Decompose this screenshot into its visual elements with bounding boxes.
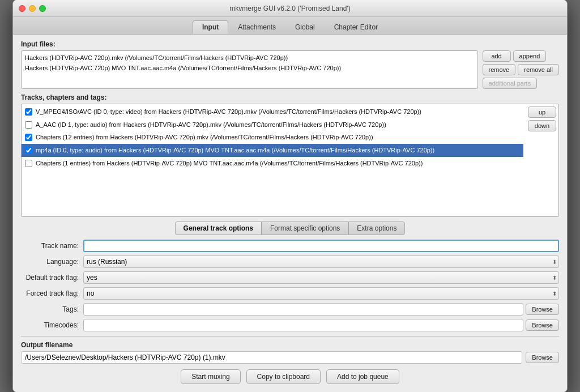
bottom-buttons: Start muxing Copy to clipboard Add to jo… xyxy=(21,369,559,386)
input-files-area: Hackers (HDTVRip-AVC 720p).mkv (/Volumes… xyxy=(21,50,559,89)
timecodes-row: Browse xyxy=(83,319,559,331)
track-text-1: A_AAC (ID 1, type: audio) from Hackers (… xyxy=(36,120,386,130)
file-buttons: add append remove remove all additional … xyxy=(483,50,559,89)
output-filename-input[interactable] xyxy=(21,351,522,364)
track-row-4[interactable]: Chapters (1 entries) from Hackers (HDTVR… xyxy=(22,157,523,170)
input-file-2: Hackers (HDTVRip-AVC 720p) MVO TNT.aac.a… xyxy=(25,63,474,74)
track-checkbox-4[interactable] xyxy=(25,160,32,167)
track-text-4: Chapters (1 entries) from Hackers (HDTVR… xyxy=(36,158,423,169)
tab-input[interactable]: Input xyxy=(193,20,228,34)
remove-all-button[interactable]: remove all xyxy=(518,64,559,75)
track-options-form: Track name: Language: rus (Russian) ⬍ De… xyxy=(21,240,559,331)
track-down-button[interactable]: down xyxy=(528,120,556,131)
output-row: Browse xyxy=(21,351,559,364)
minimize-button[interactable] xyxy=(29,5,36,12)
additional-parts-row: additional parts xyxy=(483,78,559,89)
track-text-3: mp4a (ID 0, type: audio) from Hackers (H… xyxy=(36,145,434,156)
track-row-3[interactable]: mp4a (ID 0, type: audio) from Hackers (H… xyxy=(22,144,523,157)
track-text-0: V_MPEG4/ISO/AVC (ID 0, type: video) from… xyxy=(36,106,421,117)
tracks-box: V_MPEG4/ISO/AVC (ID 0, type: video) from… xyxy=(21,104,559,217)
track-row-0[interactable]: V_MPEG4/ISO/AVC (ID 0, type: video) from… xyxy=(22,105,523,118)
close-button[interactable] xyxy=(19,5,25,12)
sub-tab-general[interactable]: General track options xyxy=(175,221,262,235)
sub-tab-format[interactable]: Format specific options xyxy=(262,221,348,235)
input-files-label: Input files: xyxy=(21,40,559,48)
timecodes-label: Timecodes: xyxy=(21,321,83,329)
add-to-job-queue-button[interactable]: Add to job queue xyxy=(326,369,399,384)
track-checkbox-0[interactable] xyxy=(25,108,32,116)
default-track-flag-label: Default track flag: xyxy=(21,274,83,282)
sub-tab-extra[interactable]: Extra options xyxy=(348,221,405,235)
additional-parts-button[interactable]: additional parts xyxy=(483,78,538,89)
tab-chapter-editor[interactable]: Chapter Editor xyxy=(325,20,387,34)
language-label: Language: xyxy=(21,258,83,266)
forced-track-select[interactable]: no yes xyxy=(83,287,559,300)
forced-track-flag-label: Forced track flag: xyxy=(21,289,83,297)
default-track-select[interactable]: yes no xyxy=(83,271,559,284)
remove-button[interactable]: remove xyxy=(483,64,516,75)
language-select[interactable]: rus (Russian) xyxy=(83,255,559,268)
tags-browse-button[interactable]: Browse xyxy=(526,304,559,315)
language-wrapper: rus (Russian) ⬍ xyxy=(83,255,559,268)
window-title: mkvmerge GUI v6.2.0 ('Promised Land') xyxy=(229,5,350,12)
output-filename-label: Output filename xyxy=(21,341,559,349)
track-checkbox-1[interactable] xyxy=(25,121,32,129)
track-checkbox-3[interactable] xyxy=(25,147,32,154)
copy-clipboard-button[interactable]: Copy to clipboard xyxy=(246,369,321,384)
content-area: Input files: Hackers (HDTVRip-AVC 720p).… xyxy=(13,35,567,392)
tracks-list: V_MPEG4/ISO/AVC (ID 0, type: video) from… xyxy=(22,104,523,216)
tracks-section: Tracks, chapters and tags: V_MPEG4/ISO/A… xyxy=(21,93,559,217)
tags-label: Tags: xyxy=(21,305,83,313)
track-up-button[interactable]: up xyxy=(528,106,556,118)
track-row-1[interactable]: A_AAC (ID 1, type: audio) from Hackers (… xyxy=(22,118,523,131)
remove-row: remove remove all xyxy=(483,64,559,75)
main-window: mkvmerge GUI v6.2.0 ('Promised Land') In… xyxy=(12,0,568,392)
timecodes-input[interactable] xyxy=(83,319,523,331)
tab-attachments[interactable]: Attachments xyxy=(228,20,285,34)
tracks-label: Tracks, chapters and tags: xyxy=(21,93,559,101)
maximize-button[interactable] xyxy=(39,5,46,12)
input-file-1: Hackers (HDTVRip-AVC 720p).mkv (/Volumes… xyxy=(25,53,474,63)
output-section: Output filename Browse xyxy=(21,341,559,364)
input-files-list: Hackers (HDTVRip-AVC 720p).mkv (/Volumes… xyxy=(21,50,478,89)
timecodes-browse-button[interactable]: Browse xyxy=(526,319,559,331)
tags-row: Browse xyxy=(83,303,559,316)
track-name-label: Track name: xyxy=(21,242,83,250)
divider xyxy=(21,336,559,336)
default-track-wrapper: yes no ⬍ xyxy=(83,271,559,284)
track-checkbox-2[interactable] xyxy=(25,134,32,141)
start-muxing-button[interactable]: Start muxing xyxy=(181,369,240,384)
tracks-side-buttons: up down xyxy=(526,104,558,216)
forced-track-wrapper: no yes ⬍ xyxy=(83,287,559,300)
track-text-2: Chapters (12 entries) from Hackers (HDTV… xyxy=(36,132,373,143)
traffic-lights xyxy=(19,5,46,12)
track-name-input[interactable] xyxy=(83,240,559,252)
append-button[interactable]: append xyxy=(513,50,547,62)
main-tab-bar: Input Attachments Global Chapter Editor xyxy=(13,17,567,35)
add-append-row: add append xyxy=(483,50,559,62)
output-browse-button[interactable]: Browse xyxy=(526,352,559,363)
track-row-2[interactable]: Chapters (12 entries) from Hackers (HDTV… xyxy=(22,131,523,144)
tab-global[interactable]: Global xyxy=(285,20,325,34)
tags-input[interactable] xyxy=(83,303,523,316)
sub-tab-bar: General track options Format specific op… xyxy=(21,221,559,235)
add-button[interactable]: add xyxy=(483,50,511,62)
titlebar: mkvmerge GUI v6.2.0 ('Promised Land') xyxy=(13,0,567,17)
